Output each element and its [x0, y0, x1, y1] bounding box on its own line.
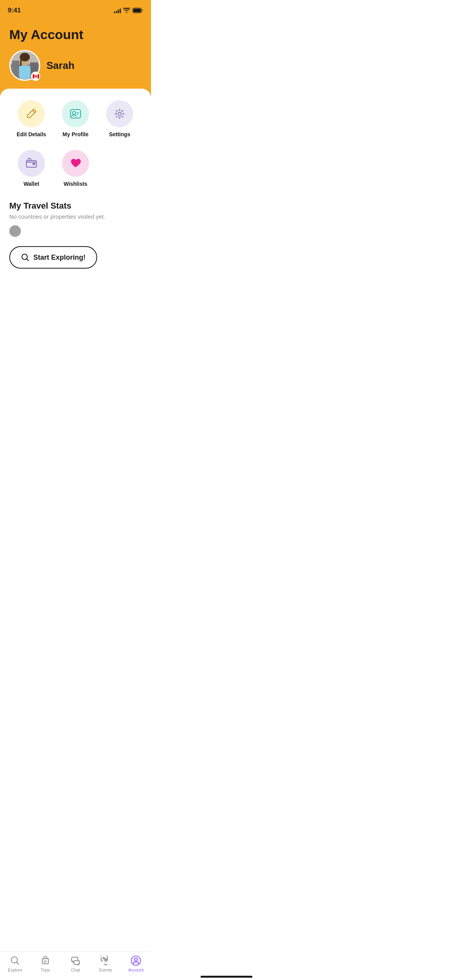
wifi-icon: [123, 8, 130, 13]
settings-label: Settings: [109, 131, 130, 137]
travel-stats: My Travel Stats No countries or properti…: [9, 201, 142, 237]
travel-stats-title: My Travel Stats: [9, 201, 142, 211]
status-icons: [114, 8, 143, 13]
status-time: 9:41: [8, 7, 21, 14]
menu-row-2: Wallet Wishlists: [9, 150, 142, 187]
flag-badge: 🇨🇦: [31, 72, 40, 81]
battery-icon: [132, 8, 143, 13]
svg-rect-13: [77, 114, 78, 115]
menu-item-wallet[interactable]: Wallet: [9, 150, 53, 187]
start-exploring-button[interactable]: Start Exploring!: [9, 246, 97, 269]
svg-point-14: [118, 112, 121, 115]
travel-stats-subtitle: No countries or properties visited yet.: [9, 213, 142, 220]
menu-item-my-profile[interactable]: My Profile: [53, 100, 98, 137]
user-name: Sarah: [46, 60, 74, 72]
travel-stats-dot: [9, 225, 21, 237]
user-row: 🇨🇦 Sarah: [9, 50, 142, 81]
my-profile-icon-circle: [62, 100, 89, 127]
svg-rect-4: [12, 61, 20, 79]
svg-rect-9: [20, 60, 22, 66]
svg-rect-12: [77, 112, 79, 113]
status-bar: 9:41: [0, 0, 151, 19]
edit-details-label: Edit Details: [17, 131, 46, 137]
wallet-icon-circle: [18, 150, 45, 177]
svg-rect-17: [33, 163, 35, 165]
search-icon: [21, 253, 29, 262]
menu-item-edit-details[interactable]: Edit Details: [9, 100, 53, 137]
wishlists-icon-circle: [62, 150, 89, 177]
main-content: Edit Details My Profile: [0, 89, 151, 321]
my-profile-label: My Profile: [63, 131, 89, 137]
explore-button-label: Start Exploring!: [33, 254, 86, 262]
svg-rect-7: [19, 66, 31, 79]
signal-icon: [114, 8, 121, 13]
header: My Account: [0, 19, 151, 96]
svg-point-11: [72, 111, 76, 115]
avatar[interactable]: 🇨🇦: [9, 50, 40, 81]
wallet-label: Wallet: [24, 181, 39, 187]
wishlists-label: Wishlists: [63, 181, 87, 187]
svg-rect-1: [133, 9, 141, 12]
menu-item-settings[interactable]: Settings: [98, 100, 142, 137]
page-title: My Account: [9, 27, 142, 42]
settings-icon-circle: [106, 100, 133, 127]
menu-item-wishlists[interactable]: Wishlists: [53, 150, 98, 187]
menu-row-1: Edit Details My Profile: [9, 100, 142, 137]
edit-details-icon-circle: [18, 100, 45, 127]
